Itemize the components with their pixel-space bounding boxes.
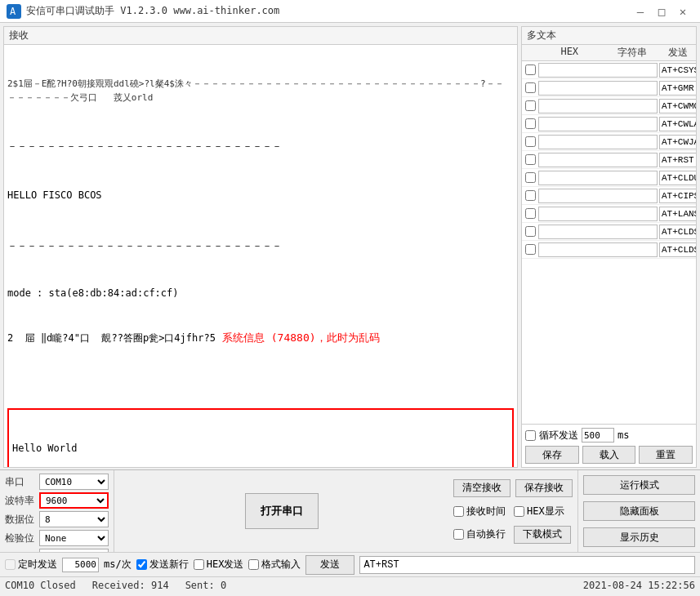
annotation-sysinfo: 系统信息 (74880)，此时为乱码 — [222, 330, 380, 346]
multitext-panel: 多文本 HEX 字符串 发送 1 2 3 4 — [521, 26, 697, 468]
port-label: 串口 — [5, 475, 36, 489]
save-recv-button[interactable]: 保存接收 — [515, 479, 573, 497]
timed-ms-input[interactable] — [62, 558, 99, 572]
mt-row-checkbox[interactable] — [525, 226, 536, 237]
multitext-row: 9 — [522, 205, 696, 223]
title-bar: A 安信可串口调试助手 V1.2.3.0 www.ai-thinker.com … — [0, 0, 700, 23]
mt-row-checkbox[interactable] — [525, 100, 536, 111]
multitext-row: 4 — [522, 115, 696, 133]
mt-row-checkbox[interactable] — [525, 190, 536, 201]
col-string-label: 字符串 — [601, 46, 664, 60]
data-bits-label: 数据位 — [5, 513, 36, 527]
format-input-checkbox[interactable] — [248, 559, 259, 570]
send-button[interactable]: 发送 — [305, 555, 354, 575]
open-port-button[interactable]: 打开串口 — [245, 493, 319, 529]
mt-string-input[interactable] — [659, 225, 696, 239]
download-mode-button[interactable]: 下载模式 — [514, 526, 571, 544]
mt-row-checkbox[interactable] — [525, 154, 536, 165]
mt-string-input[interactable] — [659, 242, 696, 257]
check-label: 检验位 — [5, 532, 36, 545]
receive-line-1: 2$1屇－E酡?H?0朝接覭覭ddl磽>?l粲4$洙々－－－－－－－－－－－－－… — [7, 78, 514, 105]
mt-hex-input[interactable] — [538, 189, 658, 203]
loop-send-label: 循环发送 — [539, 429, 578, 443]
baud-label: 波特率 — [5, 494, 36, 508]
mt-hex-input[interactable] — [538, 99, 658, 113]
port-select[interactable]: COM10 — [39, 474, 109, 490]
data-bits-row: 数据位 8 — [5, 511, 109, 527]
timed-send-checkbox[interactable] — [5, 559, 16, 570]
mt-string-input[interactable] — [659, 81, 696, 96]
timed-send-check[interactable]: 定时发送 — [5, 558, 57, 572]
clear-recv-button[interactable]: 清空接收 — [453, 479, 511, 497]
receive-highlight-box: Hello World －－－－－－－－－ 9600波特率下，串口0和系统打印数… — [7, 408, 514, 468]
mt-hex-input[interactable] — [538, 135, 658, 149]
mt-hex-input[interactable] — [538, 225, 658, 239]
bottom-send-row: 定时发送 ms/次 发送新行 HEX发送 格式输入 发送 — [0, 552, 700, 576]
app-logo: A — [7, 4, 21, 19]
title-text: 安信可串口调试助手 V1.2.3.0 www.ai-thinker.com — [26, 4, 279, 18]
auto-newline-checkbox[interactable] — [453, 529, 464, 540]
send-input[interactable] — [359, 556, 695, 574]
mt-hex-input[interactable] — [538, 207, 658, 221]
mt-hex-input[interactable] — [538, 153, 658, 167]
recv-time-check[interactable]: 接收时间 — [453, 505, 506, 518]
main-container: 接收 2$1屇－E酡?H?0朝接覭覭ddl磽>?l粲4$洙々－－－－－－－－－－… — [0, 23, 700, 469]
close-button[interactable]: ✕ — [672, 3, 693, 20]
checkbox-row-1: 接收时间 HEX显示 — [453, 505, 573, 518]
recv-time-checkbox[interactable] — [453, 506, 464, 517]
maximize-button[interactable]: □ — [651, 3, 672, 20]
mt-string-input[interactable] — [659, 117, 696, 131]
send-newline-checkbox[interactable] — [136, 559, 147, 570]
title-bar-left: A 安信可串口调试助手 V1.2.3.0 www.ai-thinker.com — [7, 4, 279, 19]
mt-string-input[interactable] — [659, 63, 696, 78]
hex-show-checkbox[interactable] — [514, 506, 524, 517]
hide-panel-button[interactable]: 隐藏面板 — [583, 501, 695, 521]
auto-newline-check[interactable]: 自动换行 — [453, 527, 506, 541]
mt-row-checkbox[interactable] — [525, 64, 536, 75]
multitext-row: 1 — [522, 61, 696, 79]
multitext-header: 多文本 — [522, 27, 696, 45]
mt-hex-input[interactable] — [538, 171, 658, 185]
mt-string-input[interactable] — [659, 171, 696, 185]
baud-select[interactable]: 9600 — [39, 492, 109, 509]
mt-string-input[interactable] — [659, 135, 696, 149]
checkbox-row-2: 自动换行 下载模式 — [453, 526, 573, 544]
garbled-text: 2 屇 ‖d矓?4"口 覿??答圈p瓮>口4jfhr?5 — [7, 331, 216, 345]
hex-send-check[interactable]: HEX发送 — [194, 558, 244, 572]
loop-row: 循环发送 ms — [525, 428, 693, 443]
mt-row-checkbox[interactable] — [525, 244, 536, 255]
minimize-button[interactable]: — — [630, 3, 651, 20]
mt-string-input[interactable] — [659, 189, 696, 203]
receive-content: 2$1屇－E酡?H?0朝接覭覭ddl磽>?l粲4$洙々－－－－－－－－－－－－－… — [4, 45, 517, 467]
save-button[interactable]: 保存 — [525, 446, 579, 464]
mt-hex-input[interactable] — [538, 117, 658, 131]
mt-row-checkbox[interactable] — [525, 82, 536, 93]
mt-string-input[interactable] — [659, 153, 696, 167]
mt-hex-input[interactable] — [538, 242, 658, 257]
check-select[interactable]: None — [39, 530, 109, 546]
loop-send-checkbox[interactable] — [525, 430, 536, 441]
svg-text:A: A — [10, 6, 16, 17]
mt-row-checkbox[interactable] — [525, 136, 536, 147]
mt-string-input[interactable] — [659, 99, 696, 113]
send-newline-check[interactable]: 发送新行 — [136, 558, 189, 572]
col-hex-label: HEX — [538, 46, 601, 60]
mt-string-input[interactable] — [659, 207, 696, 221]
run-mode-button[interactable]: 运行模式 — [583, 475, 695, 495]
highlight-hello-world: Hello World — [12, 441, 509, 456]
mt-row-checkbox[interactable] — [525, 172, 536, 183]
hex-send-checkbox[interactable] — [194, 559, 204, 570]
status-bar: COM10 Closed Received: 914 Sent: 0 2021-… — [0, 576, 700, 593]
mt-row-checkbox[interactable] — [525, 118, 536, 129]
hex-show-check[interactable]: HEX显示 — [514, 505, 564, 518]
mt-hex-input[interactable] — [538, 63, 658, 78]
loop-ms-input[interactable] — [582, 428, 614, 443]
multitext-row: 6 — [522, 151, 696, 169]
mt-hex-input[interactable] — [538, 81, 658, 96]
show-history-button[interactable]: 显示历史 — [583, 527, 695, 547]
data-bits-select[interactable]: 8 — [39, 511, 109, 527]
mt-row-checkbox[interactable] — [525, 208, 536, 219]
load-button[interactable]: 载入 — [582, 446, 636, 464]
format-input-check[interactable]: 格式输入 — [248, 558, 301, 572]
reset-button[interactable]: 重置 — [639, 446, 693, 464]
